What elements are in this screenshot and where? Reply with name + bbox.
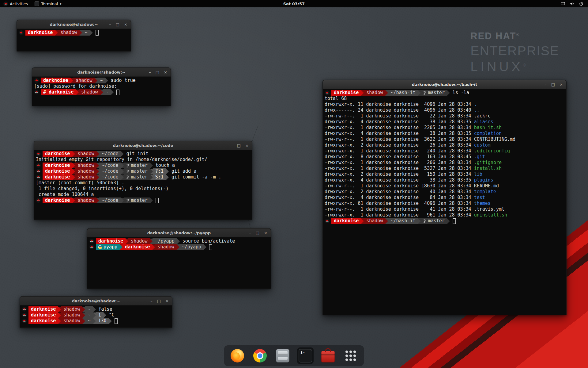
minimize-button[interactable]: – <box>249 231 251 235</box>
output-text: .ackrc <box>474 113 491 119</box>
chevron-down-icon: ▾ <box>60 2 61 6</box>
powerline-arrow <box>95 78 97 83</box>
terminal-launcher[interactable]: $> <box>297 347 314 364</box>
terminal-content[interactable]: darknoiseshadow~sudo true[sudo] password… <box>32 77 171 106</box>
prompt-line: # darknoiseshadow~ <box>34 89 169 95</box>
output-text: drwxrwxr-x. 61 darknoise darknoise 4096 … <box>325 201 474 206</box>
window-titlebar[interactable]: darknoise@shadow:~/bash-it–□× <box>323 80 566 89</box>
powerline-arrow <box>96 198 99 203</box>
clock[interactable]: Sat 03:57 <box>283 2 305 6</box>
brand-line-enterprise: ENTERPRISE <box>470 43 559 58</box>
terminal-cursor <box>116 90 119 95</box>
output-text: -rwxrwxr-x. 1 darknoise darknoise 206 Ja… <box>325 160 474 166</box>
minimize-button[interactable]: – <box>109 22 111 26</box>
powerline-arrow <box>150 198 153 203</box>
window-titlebar[interactable]: darknoise@shadow:~–□× <box>20 297 172 305</box>
window-title: darknoise@shadow:~/bash-it <box>412 82 477 87</box>
output-line: [master (root-commit) 50bcb63] . <box>36 180 250 186</box>
output-text: drwxrwxr-x. 11 darknoise darknoise 4096 … <box>325 102 474 107</box>
window-titlebar[interactable]: darknoise@shadow:~/code–□× <box>34 141 252 150</box>
prompt-git-segment: master <box>124 174 150 180</box>
minimize-button[interactable]: – <box>545 82 547 86</box>
toolbox-launcher[interactable] <box>320 347 336 364</box>
output-line: drwxrwxr-x. 8 darknoise darknoise 163 Ja… <box>325 154 564 160</box>
prompt-line: darknoiseshadow~/codemasterS:1git commit… <box>36 174 250 180</box>
maximize-button[interactable]: □ <box>116 22 119 26</box>
redhat-icon <box>36 151 41 156</box>
system-status-area[interactable] <box>560 0 588 7</box>
powerline-arrow <box>166 174 169 180</box>
prompt-user-segment: darknoise <box>331 90 361 96</box>
powerline-arrow <box>82 307 85 312</box>
minimize-button[interactable]: – <box>150 299 153 303</box>
close-button[interactable]: × <box>560 82 563 86</box>
close-button[interactable]: × <box>164 70 167 74</box>
output-text: completion <box>474 131 502 136</box>
window-titlebar[interactable]: darknoise@shadow:~–□× <box>17 20 131 29</box>
prompt-line: darknoiseshadow~false <box>22 306 170 312</box>
output-text: -rwxrwxr-x. 1 darknoise darknoise 5327 J… <box>325 166 474 171</box>
app-grid-launcher[interactable] <box>342 347 359 364</box>
output-text: -rwxrwxr-x. 1 darknoise darknoise 2205 J… <box>325 125 474 131</box>
firefox-launcher[interactable] <box>229 347 246 364</box>
redhat-icon <box>325 219 330 223</box>
powerline-arrow <box>105 78 108 83</box>
volume-icon <box>570 1 575 6</box>
output-text: drwxrwxr-x. 2 darknoise darknoise 40 Jan… <box>325 189 474 195</box>
redhat-icon <box>22 313 27 317</box>
minimize-button[interactable]: – <box>230 144 232 148</box>
terminal-content[interactable]: darknoiseshadow~/pyappsource bin/activat… <box>87 237 271 289</box>
app-menu-terminal[interactable]: Terminal ▾ <box>31 0 65 7</box>
powerline-arrow <box>121 151 124 157</box>
redhat-icon <box>34 90 39 94</box>
output-text: aliases <box>474 119 493 125</box>
output-line: drwxrwxr-x. 2 darknoise darknoise 150 Ja… <box>325 171 564 177</box>
prompt-line: darknoiseshadow~130 <box>22 318 170 324</box>
command-text: sudo true <box>108 78 136 83</box>
output-line: drwx------. 24 darknoise darknoise 4096 … <box>325 107 564 113</box>
command-text: source bin/activate <box>180 238 235 244</box>
maximize-button[interactable]: □ <box>256 231 259 235</box>
activities-button[interactable]: Activities <box>0 0 31 7</box>
redhat-icon <box>34 78 39 83</box>
prompt-host-segment: shadow <box>364 218 385 224</box>
terminal-content[interactable]: darknoiseshadow~/codegit initInitialized… <box>34 150 252 220</box>
output-text: total 68 <box>325 96 347 102</box>
output-line: -rw-rw-r--. 1 darknoise darknoise 3622 J… <box>325 136 564 142</box>
powerline-arrow <box>204 244 206 250</box>
maximize-button[interactable]: □ <box>551 82 555 86</box>
terminal-content[interactable]: darknoiseshadow~falsedarknoiseshadow~1^C… <box>20 305 172 328</box>
prompt-path-segment: ~/code <box>99 151 121 157</box>
powerline-arrow <box>111 90 114 95</box>
git-branch-icon <box>423 91 427 95</box>
output-line: -rw-rw-r--. 1 darknoise darknoise 22 Jan… <box>325 113 564 119</box>
close-button[interactable]: × <box>165 299 169 303</box>
prompt-user-segment: darknoise <box>43 174 72 180</box>
chrome-launcher[interactable] <box>252 347 268 364</box>
close-button[interactable]: × <box>245 144 249 148</box>
powerline-arrow <box>58 318 61 324</box>
command-text: git add a <box>169 168 196 174</box>
minimize-button[interactable]: – <box>149 70 151 74</box>
close-button[interactable]: × <box>264 231 267 235</box>
prompt-host-segment: shadow <box>61 318 82 324</box>
maximize-button[interactable]: □ <box>156 70 159 74</box>
maximize-button[interactable]: □ <box>237 144 241 148</box>
powerline-arrow <box>120 244 123 250</box>
window-titlebar[interactable]: darknoise@shadow:~/pyapp–□× <box>87 228 271 237</box>
terminal-content[interactable]: darknoiseshadow~ <box>17 29 131 52</box>
terminal-content[interactable]: darknoiseshadow~/bash-itmasterls -latota… <box>323 89 566 315</box>
prompt-line: darknoiseshadow~/bash-itmaster <box>325 218 564 224</box>
files-launcher[interactable] <box>274 347 291 364</box>
powerline-arrow <box>177 239 180 244</box>
powerline-arrow <box>104 312 106 318</box>
window-titlebar[interactable]: darknoise@shadow:~–□× <box>32 68 171 77</box>
output-text: create mode 100644 a <box>36 192 94 197</box>
prompt-git-segment: master <box>421 218 447 224</box>
git-branch-icon <box>423 219 427 223</box>
output-text: drwxrwxr-x. 4 darknoise darknoise 38 Jan… <box>325 177 474 183</box>
maximize-button[interactable]: □ <box>157 299 161 303</box>
output-text: -rwxrwxr-x. 1 darknoise darknoise 240 Ja… <box>325 148 474 154</box>
close-button[interactable]: × <box>124 22 127 26</box>
prompt-git-segment: master <box>124 197 150 203</box>
